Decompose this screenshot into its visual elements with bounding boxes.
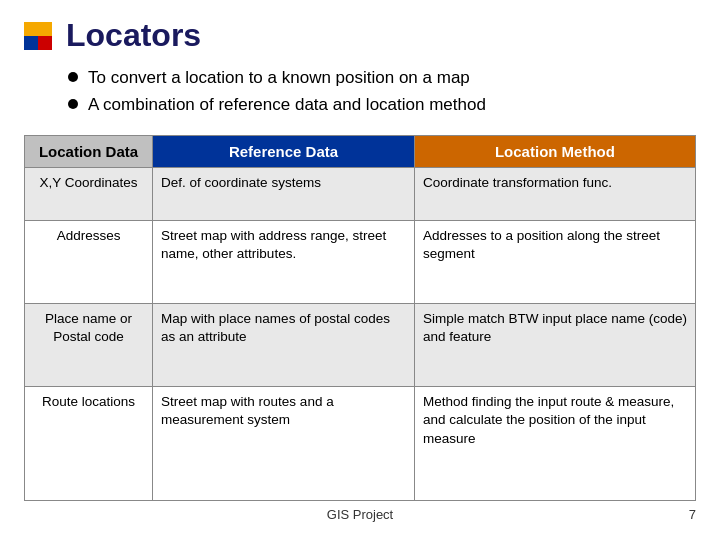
slide-title: Locators (66, 18, 201, 53)
cell-postal-col1: Place name or Postal code (25, 303, 153, 386)
logo-block (24, 22, 52, 50)
logo-red (38, 36, 52, 50)
cell-address-col2: Street map with address range, street na… (153, 220, 415, 303)
footer-page: 7 (689, 507, 696, 522)
bullet-item-1: To convert a location to a known positio… (68, 67, 696, 90)
table-row-address: Addresses Street map with address range,… (25, 220, 696, 303)
locator-table: Location Data Reference Data Location Me… (24, 135, 696, 501)
cell-address-col1: Addresses (25, 220, 153, 303)
col-header-location-method: Location Method (414, 136, 695, 168)
bullets-section: To convert a location to a known positio… (68, 67, 696, 121)
cell-route-col3: Method finding the input route & measure… (414, 387, 695, 501)
table-header-row: Location Data Reference Data Location Me… (25, 136, 696, 168)
cell-coords-col1: X,Y Coordinates (25, 168, 153, 221)
table-row-route: Route locations Street map with routes a… (25, 387, 696, 501)
table-row-postal: Place name or Postal code Map with place… (25, 303, 696, 386)
col-header-reference-data: Reference Data (153, 136, 415, 168)
bullet-text-2: A combination of reference data and loca… (88, 94, 486, 117)
cell-coords-col3: Coordinate transformation func. (414, 168, 695, 221)
cell-coords-col2: Def. of coordinate systems (153, 168, 415, 221)
table-row-coords: X,Y Coordinates Def. of coordinate syste… (25, 168, 696, 221)
header-area: Locators (24, 18, 696, 53)
bullet-dot-1 (68, 72, 78, 82)
cell-postal-col3: Simple match BTW input place name (code)… (414, 303, 695, 386)
bullet-item-2: A combination of reference data and loca… (68, 94, 696, 117)
logo-top (24, 22, 52, 36)
col-header-location-data: Location Data (25, 136, 153, 168)
cell-postal-col2: Map with place names of postal codes as … (153, 303, 415, 386)
cell-address-col3: Addresses to a position along the street… (414, 220, 695, 303)
cell-route-col2: Street map with routes and a measurement… (153, 387, 415, 501)
bullet-text-1: To convert a location to a known positio… (88, 67, 470, 90)
slide: Locators To convert a location to a know… (0, 0, 720, 540)
bullet-dot-2 (68, 99, 78, 109)
footer-label: GIS Project (327, 507, 393, 522)
logo-blue (24, 36, 38, 50)
logo-bottom (24, 36, 52, 50)
cell-route-col1: Route locations (25, 387, 153, 501)
footer: GIS Project 7 (24, 507, 696, 522)
